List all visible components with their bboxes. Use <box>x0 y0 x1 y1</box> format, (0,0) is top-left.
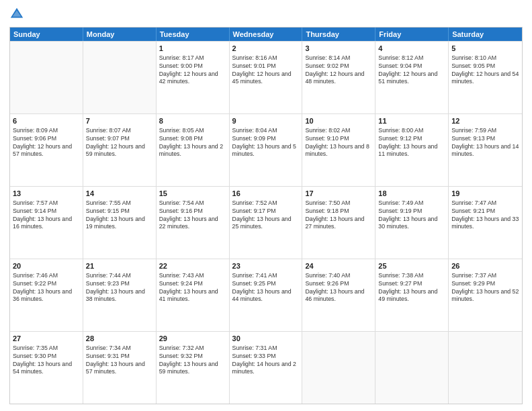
cell-info: Sunset: 9:29 PM <box>451 280 519 288</box>
cell-info: Daylight: 13 hours and 11 minutes. <box>378 143 445 159</box>
cell-info: Daylight: 12 hours and 45 minutes. <box>232 71 300 87</box>
cell-info: Sunrise: 7:49 AM <box>378 199 445 208</box>
cell-info: Sunrise: 7:54 AM <box>159 199 226 208</box>
day-number: 16 <box>232 189 300 199</box>
calendar-cell: 4Sunrise: 8:12 AMSunset: 9:04 PMDaylight… <box>375 42 449 113</box>
calendar-cell <box>375 332 449 404</box>
cell-info: Daylight: 13 hours and 5 minutes. <box>232 143 300 159</box>
day-number: 21 <box>86 261 153 271</box>
day-number: 1 <box>159 44 226 54</box>
day-number: 26 <box>451 261 519 271</box>
logo <box>9 7 27 21</box>
header <box>9 7 523 21</box>
day-number: 3 <box>305 44 372 54</box>
calendar-day-header: Tuesday <box>157 28 230 41</box>
calendar-cell: 20Sunrise: 7:46 AMSunset: 9:22 PMDayligh… <box>10 259 83 331</box>
cell-info: Sunset: 9:22 PM <box>13 280 80 288</box>
cell-info: Sunset: 9:24 PM <box>159 280 226 288</box>
cell-info: Sunset: 9:07 PM <box>86 135 153 143</box>
cell-info: Sunrise: 8:02 AM <box>305 127 372 135</box>
day-number: 17 <box>305 189 372 199</box>
cell-info: Daylight: 13 hours and 57 minutes. <box>86 361 153 377</box>
calendar-cell <box>10 42 83 113</box>
day-number: 14 <box>86 189 153 199</box>
cell-info: Daylight: 13 hours and 41 minutes. <box>159 288 226 304</box>
calendar-cell: 25Sunrise: 7:38 AMSunset: 9:27 PMDayligh… <box>375 259 449 331</box>
cell-info: Sunset: 9:15 PM <box>86 208 153 216</box>
calendar-cell: 2Sunrise: 8:16 AMSunset: 9:01 PMDaylight… <box>230 42 303 113</box>
calendar-cell: 12Sunrise: 7:59 AMSunset: 9:13 PMDayligh… <box>449 114 522 186</box>
cell-info: Sunrise: 7:46 AM <box>13 272 80 280</box>
calendar-cell <box>83 42 157 113</box>
cell-info: Sunrise: 8:09 AM <box>13 127 80 135</box>
cell-info: Sunrise: 7:50 AM <box>305 199 372 208</box>
cell-info: Daylight: 12 hours and 51 minutes. <box>378 71 445 87</box>
calendar-cell: 5Sunrise: 8:10 AMSunset: 9:05 PMDaylight… <box>449 42 522 113</box>
calendar-cell: 3Sunrise: 8:14 AMSunset: 9:02 PMDaylight… <box>302 42 375 113</box>
day-number: 7 <box>86 116 153 126</box>
calendar-cell: 13Sunrise: 7:57 AMSunset: 9:14 PMDayligh… <box>10 187 83 259</box>
cell-info: Sunset: 9:14 PM <box>13 208 80 216</box>
calendar-cell: 7Sunrise: 8:07 AMSunset: 9:07 PMDaylight… <box>83 114 157 186</box>
calendar-cell: 8Sunrise: 8:05 AMSunset: 9:08 PMDaylight… <box>157 114 230 186</box>
cell-info: Sunset: 9:30 PM <box>13 353 80 361</box>
cell-info: Sunrise: 8:05 AM <box>159 127 226 135</box>
cell-info: Sunrise: 7:57 AM <box>13 199 80 208</box>
calendar-body: 1Sunrise: 8:17 AMSunset: 9:00 PMDaylight… <box>10 41 522 404</box>
calendar-cell: 26Sunrise: 7:37 AMSunset: 9:29 PMDayligh… <box>449 259 522 331</box>
day-number: 2 <box>232 44 300 54</box>
cell-info: Daylight: 12 hours and 42 minutes. <box>159 71 226 87</box>
calendar-cell: 6Sunrise: 8:09 AMSunset: 9:06 PMDaylight… <box>10 114 83 186</box>
cell-info: Daylight: 13 hours and 49 minutes. <box>378 288 445 304</box>
cell-info: Sunrise: 7:47 AM <box>451 199 519 208</box>
cell-info: Sunset: 9:19 PM <box>378 208 445 216</box>
cell-info: Sunrise: 7:41 AM <box>232 272 300 280</box>
day-number: 28 <box>86 334 153 344</box>
cell-info: Sunset: 9:06 PM <box>13 135 80 143</box>
cell-info: Daylight: 13 hours and 54 minutes. <box>13 361 80 377</box>
cell-info: Daylight: 13 hours and 52 minutes. <box>451 288 519 304</box>
cell-info: Daylight: 13 hours and 36 minutes. <box>13 288 80 304</box>
cell-info: Sunset: 9:33 PM <box>232 353 300 361</box>
cell-info: Sunrise: 8:17 AM <box>159 54 226 62</box>
calendar-cell: 16Sunrise: 7:52 AMSunset: 9:17 PMDayligh… <box>230 187 303 259</box>
cell-info: Sunrise: 8:16 AM <box>232 54 300 62</box>
cell-info: Sunrise: 7:37 AM <box>451 272 519 280</box>
cell-info: Sunrise: 8:07 AM <box>86 127 153 135</box>
calendar-day-header: Monday <box>83 28 157 41</box>
day-number: 4 <box>378 44 445 54</box>
cell-info: Sunrise: 7:59 AM <box>451 127 519 135</box>
cell-info: Sunset: 9:12 PM <box>378 135 445 143</box>
cell-info: Sunset: 9:32 PM <box>159 353 226 361</box>
cell-info: Sunset: 9:09 PM <box>232 135 300 143</box>
cell-info: Daylight: 12 hours and 59 minutes. <box>86 143 153 159</box>
cell-info: Daylight: 13 hours and 2 minutes. <box>159 143 226 159</box>
cell-info: Sunrise: 7:40 AM <box>305 272 372 280</box>
cell-info: Daylight: 13 hours and 46 minutes. <box>305 288 372 304</box>
calendar-week-3: 13Sunrise: 7:57 AMSunset: 9:14 PMDayligh… <box>10 186 522 259</box>
cell-info: Sunrise: 8:10 AM <box>451 54 519 62</box>
page: SundayMondayTuesdayWednesdayThursdayFrid… <box>0 0 532 411</box>
day-number: 18 <box>378 189 445 199</box>
day-number: 25 <box>378 261 445 271</box>
cell-info: Sunrise: 7:52 AM <box>232 199 300 208</box>
day-number: 30 <box>232 334 300 344</box>
day-number: 10 <box>305 116 372 126</box>
cell-info: Daylight: 13 hours and 22 minutes. <box>159 216 226 232</box>
day-number: 23 <box>232 261 300 271</box>
calendar-cell: 28Sunrise: 7:34 AMSunset: 9:31 PMDayligh… <box>83 332 157 404</box>
calendar-cell: 14Sunrise: 7:55 AMSunset: 9:15 PMDayligh… <box>83 187 157 259</box>
calendar-cell: 21Sunrise: 7:44 AMSunset: 9:23 PMDayligh… <box>83 259 157 331</box>
cell-info: Sunset: 9:04 PM <box>378 62 445 71</box>
cell-info: Daylight: 12 hours and 57 minutes. <box>13 143 80 159</box>
cell-info: Sunset: 9:05 PM <box>451 62 519 71</box>
calendar-cell: 29Sunrise: 7:32 AMSunset: 9:32 PMDayligh… <box>157 332 230 404</box>
calendar-day-header: Saturday <box>449 28 522 41</box>
logo-icon <box>9 7 24 21</box>
calendar-week-4: 20Sunrise: 7:46 AMSunset: 9:22 PMDayligh… <box>10 259 522 331</box>
cell-info: Sunset: 9:23 PM <box>86 280 153 288</box>
calendar-cell: 11Sunrise: 8:00 AMSunset: 9:12 PMDayligh… <box>375 114 449 186</box>
cell-info: Daylight: 13 hours and 19 minutes. <box>86 216 153 232</box>
cell-info: Daylight: 14 hours and 2 minutes. <box>232 361 300 377</box>
cell-info: Sunrise: 7:31 AM <box>232 345 300 353</box>
